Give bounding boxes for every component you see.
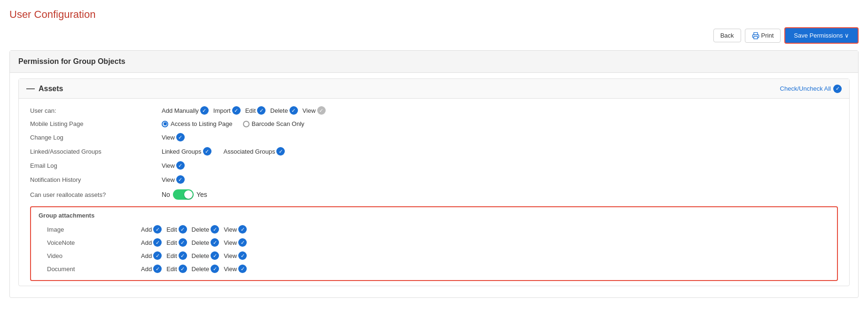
notification-history-view-check[interactable]: ✓	[176, 175, 185, 184]
perm-add-manually: Add Manually ✓	[162, 106, 209, 115]
voicenote-edit-check[interactable]: ✓	[179, 238, 187, 247]
voicenote-add-check[interactable]: ✓	[153, 238, 162, 247]
import-label: Import	[213, 107, 231, 114]
notification-history-view: View ✓	[162, 175, 185, 184]
section-title: — Assets	[26, 84, 63, 94]
access-listing-label: Access to Listing Page	[171, 120, 233, 127]
video-delete-check[interactable]: ✓	[211, 251, 219, 260]
email-log-view-check[interactable]: ✓	[176, 161, 185, 170]
attachment-image-label: Image	[47, 226, 141, 233]
video-view: View ✓	[224, 251, 247, 260]
reallocate-row: Can user reallocate assets? No Yes	[30, 187, 838, 203]
section-title-label: Assets	[39, 85, 63, 93]
check-uncheck-label: Check/Uncheck All	[780, 85, 831, 92]
image-delete-check[interactable]: ✓	[211, 225, 219, 234]
back-button[interactable]: Back	[713, 29, 741, 42]
collapse-icon[interactable]: —	[26, 84, 35, 94]
perm-import: Import ✓	[213, 106, 241, 115]
attachment-image-controls: Add ✓ Edit ✓ Delete ✓	[141, 225, 247, 234]
reallocate-controls: No Yes	[162, 189, 207, 200]
video-add-check[interactable]: ✓	[153, 251, 162, 260]
check-uncheck-all[interactable]: Check/Uncheck All ✓	[780, 85, 842, 93]
notification-history-view-label: View	[162, 176, 175, 183]
add-manually-label: Add Manually	[162, 107, 199, 114]
perm-edit: Edit ✓	[245, 106, 266, 115]
main-card: Permission for Group Objects — Assets Ch…	[9, 50, 859, 298]
video-add: Add ✓	[141, 251, 162, 260]
perm-delete: Delete ✓	[270, 106, 298, 115]
attachment-video-controls: Add ✓ Edit ✓ Delete ✓	[141, 251, 247, 260]
barcode-scan-radio[interactable]	[243, 121, 250, 127]
change-log-controls: View ✓	[162, 133, 185, 141]
main-card-body: — Assets Check/Uncheck All ✓ User can:	[10, 73, 858, 297]
change-log-view-label: View	[162, 134, 175, 141]
video-view-check[interactable]: ✓	[238, 251, 247, 260]
page-title: User Configuration	[9, 8, 859, 21]
image-delete: Delete ✓	[192, 225, 219, 234]
perm-view: View ✓	[303, 106, 326, 115]
main-card-header: Permission for Group Objects	[10, 51, 858, 73]
linked-groups-controls: Linked Groups ✓ Associated Groups ✓	[162, 147, 285, 156]
image-edit: Edit ✓	[166, 225, 187, 234]
barcode-scan-option[interactable]: Barcode Scan Only	[243, 120, 305, 127]
linked-groups-check[interactable]: ✓	[203, 147, 211, 156]
document-delete: Delete ✓	[192, 265, 219, 273]
toggle-knob	[184, 190, 193, 199]
add-manually-check[interactable]: ✓	[200, 106, 209, 115]
video-edit-check[interactable]: ✓	[179, 251, 187, 260]
notification-history-label: Notification History	[30, 176, 162, 183]
linked-groups-row: Linked/Associated Groups Linked Groups ✓…	[30, 144, 838, 158]
image-add-check[interactable]: ✓	[153, 225, 162, 234]
notification-history-row: Notification History View ✓	[30, 172, 838, 187]
email-log-row: Email Log View ✓	[30, 158, 838, 172]
associated-groups-perm-label: Associated Groups	[224, 148, 275, 155]
save-permissions-button[interactable]: Save Permissions ∨	[784, 27, 859, 44]
group-attachments-title: Group attachments	[39, 212, 829, 219]
print-button[interactable]: Print	[745, 29, 781, 43]
change-log-row: Change Log View ✓	[30, 130, 838, 144]
toolbar: Back Print Save Permissions ∨	[9, 27, 859, 44]
image-view-check[interactable]: ✓	[238, 225, 247, 234]
document-view-check[interactable]: ✓	[238, 265, 247, 273]
section-body: User can: Add Manually ✓ Import ✓	[19, 99, 849, 286]
access-listing-option[interactable]: Access to Listing Page	[162, 120, 233, 127]
reallocate-toggle[interactable]	[173, 189, 194, 200]
svg-rect-0	[754, 36, 758, 39]
change-log-view: View ✓	[162, 133, 185, 141]
notification-history-controls: View ✓	[162, 175, 185, 184]
change-log-label: Change Log	[30, 134, 162, 141]
document-add: Add ✓	[141, 265, 162, 273]
view-check[interactable]: ✓	[317, 106, 326, 115]
assets-section: — Assets Check/Uncheck All ✓ User can:	[18, 78, 850, 286]
voicenote-delete-check[interactable]: ✓	[211, 238, 219, 247]
email-log-label: Email Log	[30, 162, 162, 169]
document-delete-check[interactable]: ✓	[211, 265, 219, 273]
view-label: View	[303, 107, 316, 114]
edit-label: Edit	[245, 107, 256, 114]
linked-groups-perm-label: Linked Groups	[162, 148, 202, 155]
document-add-check[interactable]: ✓	[153, 265, 162, 273]
associated-groups-perm: Associated Groups ✓	[224, 147, 285, 156]
video-delete: Delete ✓	[192, 251, 219, 260]
image-view: View ✓	[224, 225, 247, 234]
voicenote-view-check[interactable]: ✓	[238, 238, 247, 247]
delete-check[interactable]: ✓	[289, 106, 298, 115]
voicenote-delete: Delete ✓	[192, 238, 219, 247]
document-view: View ✓	[224, 265, 247, 273]
reallocate-label: Can user reallocate assets?	[30, 191, 162, 198]
video-edit: Edit ✓	[166, 251, 187, 260]
check-uncheck-icon: ✓	[833, 85, 842, 93]
document-edit-check[interactable]: ✓	[179, 265, 187, 273]
user-can-label: User can:	[30, 107, 162, 114]
access-listing-radio[interactable]	[162, 121, 168, 127]
attachment-document-controls: Add ✓ Edit ✓ Delete ✓	[141, 265, 247, 273]
voicenote-add: Add ✓	[141, 238, 162, 247]
associated-groups-check[interactable]: ✓	[276, 147, 285, 156]
image-edit-check[interactable]: ✓	[179, 225, 187, 234]
section-header: — Assets Check/Uncheck All ✓	[19, 79, 849, 99]
email-log-view-label: View	[162, 162, 175, 169]
voicenote-view: View ✓	[224, 238, 247, 247]
import-check[interactable]: ✓	[232, 106, 241, 115]
edit-check[interactable]: ✓	[257, 106, 266, 115]
change-log-view-check[interactable]: ✓	[176, 133, 185, 141]
